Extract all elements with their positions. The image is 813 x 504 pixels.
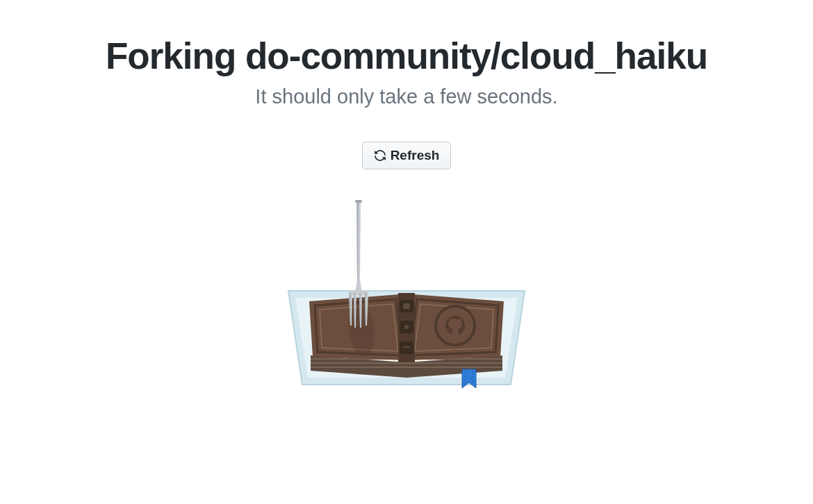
forking-illustration <box>261 190 552 412</box>
refresh-button-label: Refresh <box>391 148 440 163</box>
svg-rect-5 <box>406 367 502 368</box>
svg-rect-17 <box>355 200 362 203</box>
page-title: Forking do-community/cloud_haiku <box>106 35 707 77</box>
refresh-icon <box>374 149 386 162</box>
svg-rect-4 <box>406 362 502 364</box>
svg-rect-1 <box>311 362 406 364</box>
svg-point-12 <box>404 325 409 329</box>
svg-rect-2 <box>311 367 406 368</box>
refresh-button[interactable]: Refresh <box>362 142 452 169</box>
svg-rect-14 <box>403 346 410 348</box>
svg-rect-10 <box>403 303 410 309</box>
page-subtitle: It should only take a few seconds. <box>255 85 557 108</box>
